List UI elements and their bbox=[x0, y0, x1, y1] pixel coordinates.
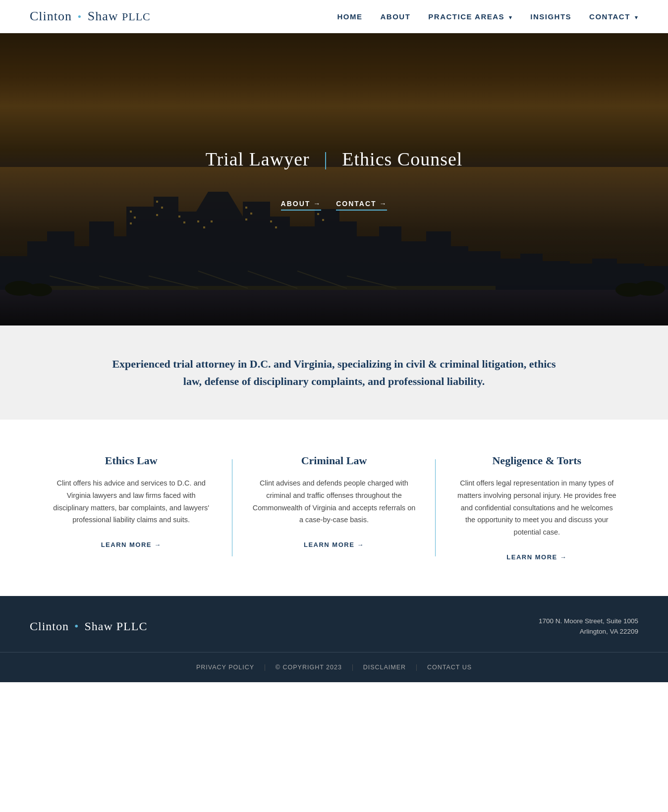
hero-content: Trial Lawyer | Ethics Counsel ABOUT → CO… bbox=[0, 33, 668, 325]
negligence-torts-desc: Clint offers legal representation in man… bbox=[455, 477, 618, 538]
footer-bottom: PRIVACY POLICY | © COPYRIGHT 2023 | DISC… bbox=[30, 652, 638, 682]
logo-second: Shaw bbox=[88, 9, 118, 23]
contact-caret: ▾ bbox=[635, 14, 639, 20]
criminal-law-desc: Clint advises and defends people charged… bbox=[252, 477, 415, 526]
footer-logo-first: Clinton bbox=[30, 620, 69, 633]
nav-insights[interactable]: INSIGHTS bbox=[530, 12, 571, 21]
tagline-part1: Trial Lawyer bbox=[206, 149, 310, 169]
logo-dot: • bbox=[78, 10, 82, 23]
nav-about[interactable]: ABOUT bbox=[380, 12, 410, 21]
site-footer: Clinton • Shaw PLLC 1700 N. Moore Street… bbox=[0, 596, 668, 682]
practice-section: Ethics Law Clint offers his advice and s… bbox=[0, 420, 668, 595]
tagline-divider: | bbox=[324, 149, 328, 169]
footer-logo-pllc: PLLC bbox=[116, 620, 148, 633]
intro-text: Experienced trial attorney in D.C. and V… bbox=[111, 355, 557, 390]
footer-sep-1: | bbox=[264, 663, 266, 671]
logo-first: Clinton bbox=[30, 9, 72, 23]
nav-home[interactable]: HOME bbox=[337, 12, 362, 21]
hero-about-button[interactable]: ABOUT → bbox=[281, 200, 322, 211]
tagline-part2: Ethics Counsel bbox=[342, 149, 462, 169]
negligence-torts-title: Negligence & Torts bbox=[455, 454, 618, 467]
hero-tagline: Trial Lawyer | Ethics Counsel bbox=[206, 148, 463, 170]
ethics-law-desc: Clint offers his advice and services to … bbox=[50, 477, 213, 526]
ethics-law-learn-more[interactable]: LEARN MORE → bbox=[101, 541, 162, 548]
footer-logo[interactable]: Clinton • Shaw PLLC bbox=[30, 620, 147, 633]
intro-section: Experienced trial attorney in D.C. and V… bbox=[0, 325, 668, 420]
site-logo[interactable]: Clinton • Shaw PLLC bbox=[30, 9, 151, 24]
practice-areas-caret: ▾ bbox=[509, 14, 513, 20]
main-nav: HOME ABOUT PRACTICE AREAS ▾ INSIGHTS CON… bbox=[337, 12, 638, 21]
site-header: Clinton • Shaw PLLC HOME ABOUT PRACTICE … bbox=[0, 0, 668, 33]
footer-privacy-policy[interactable]: PRIVACY POLICY bbox=[196, 664, 254, 671]
footer-disclaimer[interactable]: DISCLAIMER bbox=[363, 664, 406, 671]
ethics-law-title: Ethics Law bbox=[50, 454, 213, 467]
footer-contact-us[interactable]: CONTACT US bbox=[427, 664, 472, 671]
footer-logo-dot: • bbox=[74, 620, 79, 633]
hero-contact-button[interactable]: CONTACT → bbox=[336, 200, 387, 211]
footer-address-line1: 1700 N. Moore Street, Suite 1005 bbox=[539, 616, 638, 627]
footer-top: Clinton • Shaw PLLC 1700 N. Moore Street… bbox=[30, 616, 638, 652]
footer-copyright: © COPYRIGHT 2023 bbox=[276, 664, 342, 671]
hero-buttons: ABOUT → CONTACT → bbox=[281, 200, 388, 211]
criminal-law-learn-more[interactable]: LEARN MORE → bbox=[304, 541, 364, 548]
practice-criminal-law: Criminal Law Clint advises and defends p… bbox=[232, 454, 435, 561]
nav-practice-areas[interactable]: PRACTICE AREAS ▾ bbox=[428, 12, 512, 21]
footer-logo-second: Shaw bbox=[84, 620, 112, 633]
footer-sep-3: | bbox=[416, 663, 417, 671]
footer-address: 1700 N. Moore Street, Suite 1005 Arlingt… bbox=[539, 616, 638, 637]
criminal-law-title: Criminal Law bbox=[252, 454, 415, 467]
negligence-torts-learn-more[interactable]: LEARN MORE → bbox=[506, 553, 567, 561]
footer-address-line2: Arlington, VA 22209 bbox=[539, 626, 638, 637]
practice-ethics-law: Ethics Law Clint offers his advice and s… bbox=[30, 454, 232, 561]
logo-pllc: PLLC bbox=[122, 10, 151, 23]
hero-section: Trial Lawyer | Ethics Counsel ABOUT → CO… bbox=[0, 33, 668, 325]
nav-contact[interactable]: CONTACT ▾ bbox=[589, 12, 638, 21]
footer-sep-2: | bbox=[352, 663, 353, 671]
practice-negligence-torts: Negligence & Torts Clint offers legal re… bbox=[436, 454, 638, 561]
